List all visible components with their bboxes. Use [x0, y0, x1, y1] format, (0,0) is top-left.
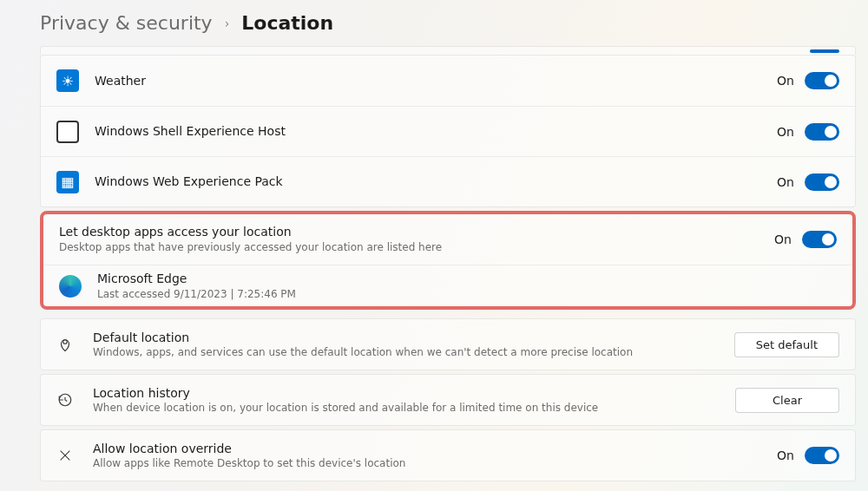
toggle-webpack[interactable]	[805, 173, 839, 191]
section-subtitle: Desktop apps that have previously access…	[59, 240, 774, 254]
toggle-location-override[interactable]	[805, 447, 839, 464]
location-override-row: Allow location override Allow apps like …	[40, 429, 856, 481]
chevron-right-icon: ›	[225, 16, 230, 30]
toggle-state-label: On	[777, 448, 794, 462]
override-icon	[56, 447, 74, 464]
shell-host-icon	[56, 121, 79, 143]
breadcrumb: Privacy & security › Location	[0, 0, 868, 46]
desktop-app-row-edge: Microsoft Edge Last accessed 9/11/2023 |…	[43, 265, 852, 306]
toggle-state-label: On	[777, 125, 794, 139]
history-icon	[56, 391, 74, 409]
row-title: Location history	[93, 385, 735, 402]
toggle-peek	[810, 49, 839, 53]
location-history[interactable]: Location history When device location is…	[41, 375, 855, 425]
app-name: Weather	[95, 73, 777, 89]
row-title: Allow location override	[93, 441, 777, 457]
row-subtitle: Windows, apps, and services can use the …	[93, 345, 734, 359]
previous-row-peek	[40, 46, 856, 55]
toggle-shell[interactable]	[805, 123, 839, 141]
app-name: Windows Web Experience Pack	[95, 173, 777, 190]
toggle-state-label: On	[774, 232, 792, 246]
person-pin-icon	[56, 336, 74, 353]
weather-icon: ☀	[56, 69, 79, 92]
location-history-row: Location history When device location is…	[40, 374, 856, 426]
clear-history-button[interactable]: Clear	[735, 388, 839, 413]
edge-icon	[59, 275, 82, 298]
row-subtitle: Allow apps like Remote Desktop to set th…	[93, 456, 777, 470]
desktop-apps-location-section: Let desktop apps access your location De…	[40, 211, 856, 310]
row-subtitle: When device location is on, your locatio…	[93, 401, 735, 415]
app-name: Microsoft Edge	[97, 271, 837, 287]
default-location-row: Default location Windows, apps, and serv…	[40, 318, 856, 370]
toggle-state-label: On	[777, 74, 794, 88]
app-row-shell[interactable]: Windows Shell Experience Host On	[41, 106, 855, 156]
toggle-desktop-apps-location[interactable]	[802, 231, 837, 248]
app-row-weather[interactable]: ☀ Weather On	[41, 56, 855, 106]
desktop-apps-header-row[interactable]: Let desktop apps access your location De…	[43, 214, 852, 265]
app-permission-list: ☀ Weather On Windows Shell Experience Ho…	[40, 55, 856, 207]
set-default-button[interactable]: Set default	[734, 332, 839, 357]
row-title: Default location	[93, 330, 734, 346]
allow-location-override[interactable]: Allow location override Allow apps like …	[41, 430, 855, 481]
breadcrumb-parent[interactable]: Privacy & security	[40, 12, 213, 34]
breadcrumb-current: Location	[241, 12, 333, 34]
toggle-weather[interactable]	[805, 72, 839, 89]
app-row-webpack[interactable]: ▦ Windows Web Experience Pack On	[41, 156, 855, 206]
app-name: Windows Shell Experience Host	[95, 123, 777, 140]
default-location[interactable]: Default location Windows, apps, and serv…	[41, 319, 855, 370]
toggle-state-label: On	[777, 175, 794, 189]
last-accessed-label: Last accessed 9/11/2023 | 7:25:46 PM	[97, 287, 837, 301]
web-experience-icon: ▦	[56, 171, 79, 193]
section-title: Let desktop apps access your location	[59, 224, 774, 240]
